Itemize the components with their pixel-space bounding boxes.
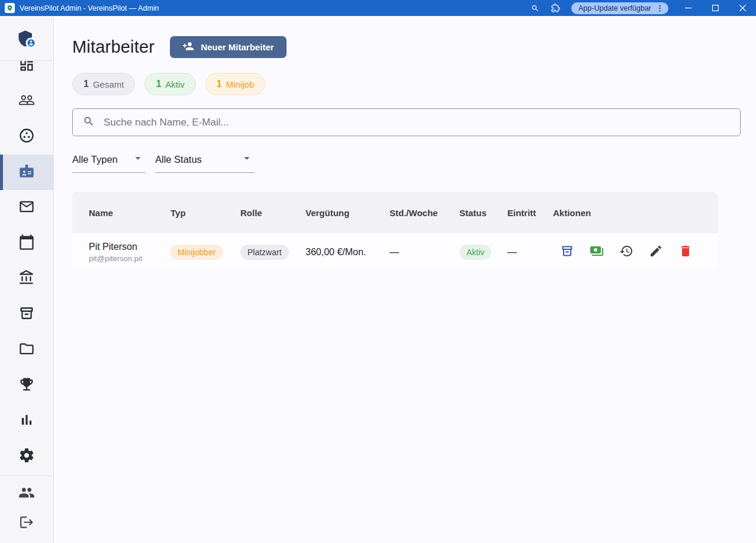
titlebar: VereinsPilot Admin - VereinsPilot — Admi… [0, 0, 756, 16]
app-logo [0, 16, 53, 61]
trash-icon [678, 244, 693, 260]
gesamt-label: Gesamt [93, 79, 124, 89]
filters: Alle Typen Alle Status [72, 152, 741, 173]
header-status: Status [459, 208, 507, 218]
sidebar [0, 16, 54, 543]
app-update-label: App-Update verfügbar [578, 4, 651, 12]
rolle-badge: Platzwart [240, 245, 289, 260]
new-employee-button[interactable]: Neuer Mitarbeiter [170, 36, 286, 58]
status-badge: Aktiv [459, 245, 491, 260]
logout-icon [19, 515, 34, 532]
update-menu-dots-icon[interactable]: ⋮ [655, 4, 665, 12]
minijob-label: Minijob [226, 79, 255, 89]
aktiv-label: Aktiv [165, 79, 185, 89]
header-name: Name [72, 208, 170, 218]
aktiv-count: 1 [156, 79, 161, 89]
group-icon [18, 484, 35, 503]
history-action-button[interactable] [619, 245, 633, 259]
badge-icon [18, 163, 35, 182]
close-button[interactable] [729, 0, 756, 16]
archive-icon [560, 244, 574, 260]
stat-chips: 1 Gesamt 1 Aktiv 1 Minijob [72, 73, 741, 95]
filter-status-value: Alle Status [155, 154, 202, 165]
people-icon [18, 92, 35, 111]
sidebar-item-gear[interactable] [0, 439, 53, 474]
delete-action-button[interactable] [678, 245, 693, 259]
search-bar [72, 108, 741, 136]
sidebar-item-mail[interactable] [0, 190, 53, 226]
header-eintritt: Eintritt [507, 208, 553, 218]
mail-icon [18, 198, 35, 217]
chevron-down-icon [131, 152, 144, 167]
table-row: Pit Piterson pit@piterson.pit Minijobber… [72, 233, 718, 271]
payments-action-button[interactable] [590, 245, 604, 259]
sidebar-footer [0, 475, 53, 543]
maximize-button[interactable] [702, 0, 729, 16]
sidebar-item-bar-chart[interactable] [0, 403, 53, 439]
edit-action-button[interactable] [649, 245, 663, 259]
archive-action-button[interactable] [560, 245, 574, 259]
header-std-woche: Std./Woche [390, 208, 459, 218]
sidebar-item-ball[interactable] [0, 119, 53, 155]
sidebar-item-group[interactable] [0, 479, 53, 509]
row-actions [553, 245, 718, 259]
sidebar-item-logout[interactable] [0, 509, 53, 538]
app-update-badge[interactable]: App-Update verfügbar ⋮ [571, 2, 668, 14]
header-aktionen: Aktionen [553, 208, 591, 218]
edit-pencil-icon [649, 244, 663, 260]
extensions-puzzle-icon[interactable] [545, 0, 565, 16]
filter-status-select[interactable]: Alle Status [155, 152, 255, 173]
sidebar-item-bank[interactable] [0, 261, 53, 297]
bar-chart-icon [18, 412, 35, 430]
person-add-icon [182, 40, 194, 54]
ball-icon [18, 127, 35, 146]
table-header-row: Name Typ Rolle Vergütung Std./Woche Stat… [72, 192, 718, 233]
stat-chip-gesamt: 1 Gesamt [72, 73, 135, 95]
trophy-icon [18, 376, 35, 395]
gear-icon [18, 447, 35, 466]
sidebar-item-trophy[interactable] [0, 368, 53, 403]
sidebar-item-archive-box[interactable] [0, 297, 53, 332]
history-icon [619, 244, 633, 260]
verguetung-value: 360,00 €/Mon. [305, 247, 390, 258]
sidebar-item-dashboard[interactable] [0, 61, 53, 83]
payments-icon [590, 244, 604, 260]
stat-chip-minijob: 1 Minijob [205, 73, 265, 95]
archive-box-icon [18, 305, 35, 324]
sidebar-item-folder[interactable] [0, 332, 53, 368]
search-icon [83, 115, 95, 130]
gesamt-count: 1 [83, 79, 89, 89]
zoom-indicator-icon[interactable] [525, 0, 545, 16]
header-typ: Typ [170, 208, 240, 218]
calendar-icon [18, 234, 35, 253]
eintritt-value: — [507, 247, 553, 258]
employee-table: Name Typ Rolle Vergütung Std./Woche Stat… [72, 192, 718, 271]
bank-icon [18, 269, 35, 288]
header-rolle: Rolle [240, 208, 305, 218]
std-woche-value: — [390, 247, 459, 258]
sidebar-item-calendar[interactable] [0, 226, 53, 261]
filter-typ-select[interactable]: Alle Typen [72, 152, 146, 173]
minimize-button[interactable] [674, 0, 702, 16]
employee-name: Pit Piterson [89, 242, 170, 252]
window-title: VereinsPilot Admin - VereinsPilot — Admi… [20, 4, 159, 12]
sidebar-item-badge-active[interactable] [0, 155, 53, 190]
folder-icon [18, 340, 35, 359]
minijob-count: 1 [217, 79, 222, 89]
new-employee-button-label: Neuer Mitarbeiter [201, 42, 274, 52]
main-content: Mitarbeiter Neuer Mitarbeiter 1 Gesamt 1… [54, 16, 756, 543]
dashboard-icon [18, 61, 35, 75]
sidebar-nav [0, 61, 53, 475]
stat-chip-aktiv: 1 Aktiv [144, 73, 195, 95]
chevron-down-icon [240, 152, 253, 167]
page-title: Mitarbeiter [72, 37, 155, 57]
typ-badge: Minijobber [170, 245, 223, 260]
header-verguetung: Vergütung [305, 208, 390, 218]
app-window-icon [5, 3, 15, 13]
sidebar-item-people[interactable] [0, 83, 53, 119]
filter-typ-value: Alle Typen [72, 154, 118, 165]
employee-email: pit@piterson.pit [89, 254, 170, 263]
search-input[interactable] [104, 117, 730, 128]
